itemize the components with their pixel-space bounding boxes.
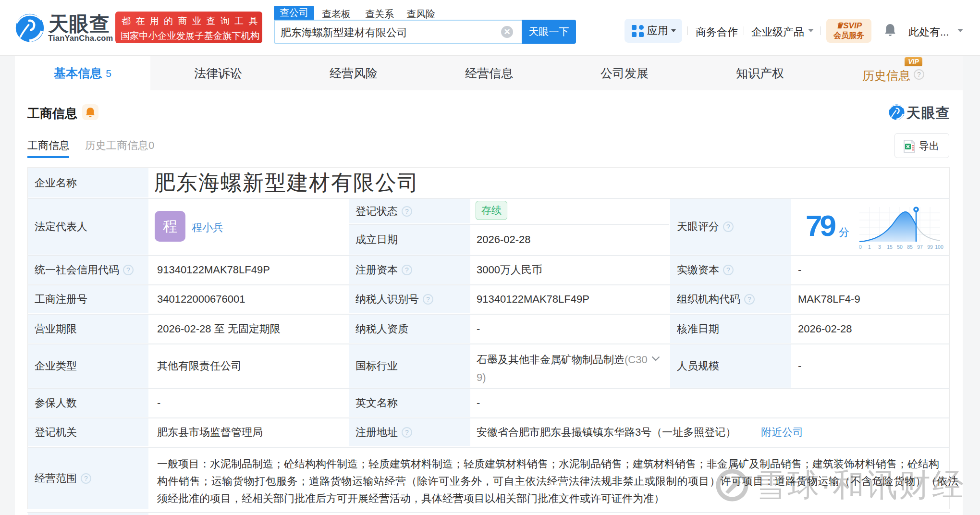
svg-text:97: 97 — [917, 244, 923, 250]
svg-text:99: 99 — [927, 244, 933, 250]
svg-text:0: 0 — [859, 244, 862, 250]
svg-text:85: 85 — [907, 244, 913, 250]
svg-text:100: 100 — [935, 244, 943, 250]
svg-text:1: 1 — [868, 244, 871, 250]
svg-text:50: 50 — [897, 244, 903, 250]
svg-text:15: 15 — [887, 244, 893, 250]
svg-text:3: 3 — [878, 244, 881, 250]
